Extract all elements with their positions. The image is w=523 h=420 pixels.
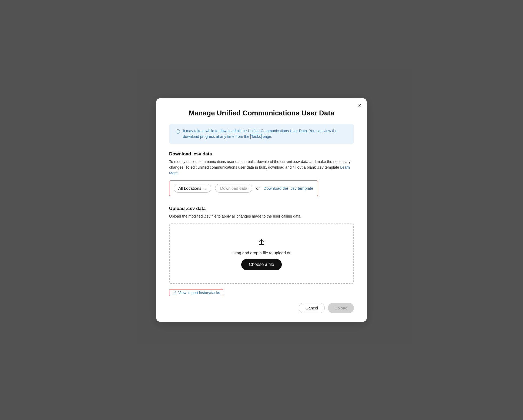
choose-file-button[interactable]: Choose a file	[241, 259, 281, 270]
modal-overlay: × Manage Unified Communications User Dat…	[0, 0, 523, 420]
download-section: Download .csv data To modify unified com…	[169, 151, 354, 206]
download-row: All Locations ⌄ Download data or Downloa…	[169, 180, 318, 196]
upload-section-desc: Upload the modified .csv file to apply a…	[169, 214, 354, 219]
csv-template-link[interactable]: Download the .csv template	[263, 186, 313, 191]
upload-icon	[257, 237, 266, 247]
info-banner: ⓘ It may take a while to download all th…	[169, 124, 354, 144]
info-icon: ⓘ	[176, 128, 180, 135]
modal-dialog: × Manage Unified Communications User Dat…	[156, 98, 367, 322]
info-banner-text: It may take a while to download all the …	[183, 128, 347, 139]
cancel-button[interactable]: Cancel	[299, 303, 325, 313]
tasks-link[interactable]: Tasks	[250, 134, 262, 139]
close-button[interactable]: ×	[358, 102, 361, 108]
upload-section-title: Upload .csv data	[169, 206, 354, 211]
download-data-button[interactable]: Download data	[215, 184, 252, 193]
drop-zone[interactable]: Drag and drop a file to upload or Choose…	[169, 224, 354, 284]
upload-button[interactable]: Upload	[328, 303, 354, 313]
upload-section: Upload .csv data Upload the modified .cs…	[169, 206, 354, 284]
view-import-history-link[interactable]: 📄 View import history/tasks	[169, 289, 223, 296]
download-section-desc: To modify unified communications user da…	[169, 159, 354, 176]
history-icon: 📄	[172, 291, 177, 295]
download-section-title: Download .csv data	[169, 151, 354, 157]
modal-title: Manage Unified Communications User Data	[169, 109, 354, 117]
location-label: All Locations	[178, 186, 201, 191]
view-history-label: View import history/tasks	[178, 291, 220, 295]
modal-footer: Cancel Upload	[169, 303, 354, 313]
drop-text: Drag and drop a file to upload or	[232, 251, 290, 255]
or-text: or	[256, 186, 260, 191]
upload-arrow-icon	[257, 237, 266, 247]
chevron-down-icon: ⌄	[204, 186, 207, 190]
location-dropdown[interactable]: All Locations ⌄	[174, 184, 211, 193]
